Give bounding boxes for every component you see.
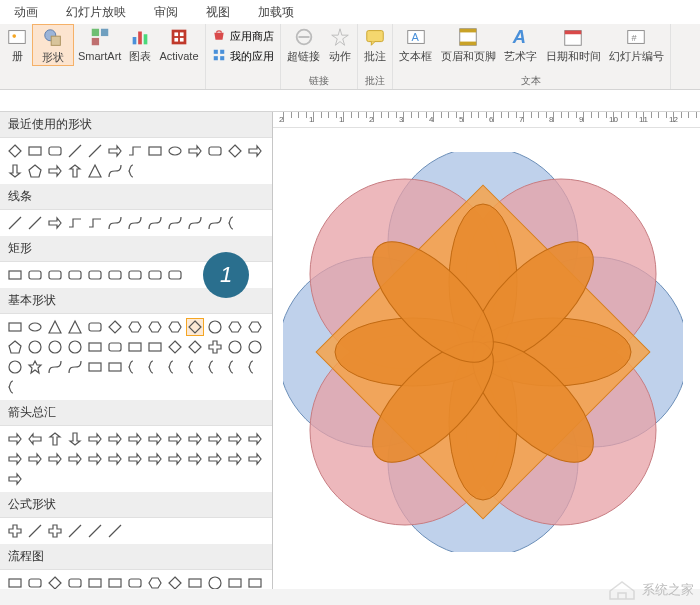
shape-basic-34[interactable] (166, 358, 184, 376)
hyperlink-button[interactable]: 超链接 (283, 24, 325, 64)
shape-basic-15[interactable] (46, 338, 64, 356)
shape-recent-11[interactable] (226, 142, 244, 160)
shape-arrows-4[interactable] (86, 430, 104, 448)
shape-recent-7[interactable] (146, 142, 164, 160)
shape-arrows-20[interactable] (146, 450, 164, 468)
shape-recent-4[interactable] (86, 142, 104, 160)
shape-lines-3[interactable] (66, 214, 84, 232)
shape-basic-12[interactable] (246, 318, 264, 336)
shape-lines-5[interactable] (106, 214, 124, 232)
shape-basic-19[interactable] (126, 338, 144, 356)
headerfooter-button[interactable]: 页眉和页脚 (437, 24, 500, 64)
shape-arrows-7[interactable] (146, 430, 164, 448)
shape-arrows-6[interactable] (126, 430, 144, 448)
shape-basic-24[interactable] (226, 338, 244, 356)
shape-recent-19[interactable] (126, 162, 144, 180)
shape-recent-12[interactable] (246, 142, 264, 160)
shape-arrows-22[interactable] (186, 450, 204, 468)
tab-slideshow[interactable]: 幻灯片放映 (52, 0, 140, 24)
shape-recent-6[interactable] (126, 142, 144, 160)
shape-formula-5[interactable] (106, 522, 124, 540)
shape-basic-39[interactable] (6, 378, 24, 396)
textbox-button[interactable]: A 文本框 (395, 24, 437, 64)
shape-formula-1[interactable] (26, 522, 44, 540)
shape-rects-3[interactable] (66, 266, 84, 284)
shape-basic-11[interactable] (226, 318, 244, 336)
myapps-button[interactable]: 我的应用 (212, 46, 274, 66)
shape-arrows-26[interactable] (6, 470, 24, 488)
shape-basic-2[interactable] (46, 318, 64, 336)
tab-review[interactable]: 审阅 (140, 0, 192, 24)
shape-recent-2[interactable] (46, 142, 64, 160)
shape-basic-29[interactable] (66, 358, 84, 376)
shape-recent-8[interactable] (166, 142, 184, 160)
shapes-dropdown-panel[interactable]: 最近使用的形状线条矩形基本形状箭头总汇公式形状流程图星与旗帜 (0, 112, 273, 589)
shape-flowchart-4[interactable] (86, 574, 104, 589)
shape-recent-5[interactable] (106, 142, 124, 160)
shape-lines-7[interactable] (146, 214, 164, 232)
shape-basic-18[interactable] (106, 338, 124, 356)
shape-recent-10[interactable] (206, 142, 224, 160)
appstore-button[interactable]: 应用商店 (212, 26, 274, 46)
shape-rects-0[interactable] (6, 266, 24, 284)
wordart-button[interactable]: A 艺术字 (500, 24, 542, 64)
shape-basic-20[interactable] (146, 338, 164, 356)
shape-basic-30[interactable] (86, 358, 104, 376)
shape-lines-10[interactable] (206, 214, 224, 232)
shape-lines-2[interactable] (46, 214, 64, 232)
shape-lines-8[interactable] (166, 214, 184, 232)
shape-flowchart-1[interactable] (26, 574, 44, 589)
shapes-button[interactable]: 形状 (32, 24, 74, 66)
shape-basic-16[interactable] (66, 338, 84, 356)
shape-basic-22[interactable] (186, 338, 204, 356)
shape-rects-8[interactable] (166, 266, 184, 284)
shape-formula-3[interactable] (66, 522, 84, 540)
shape-formula-0[interactable] (6, 522, 24, 540)
shape-arrows-15[interactable] (46, 450, 64, 468)
shape-basic-26[interactable] (6, 358, 24, 376)
shape-basic-31[interactable] (106, 358, 124, 376)
shape-basic-0[interactable] (6, 318, 24, 336)
shape-rects-7[interactable] (146, 266, 164, 284)
shape-rects-5[interactable] (106, 266, 124, 284)
shape-lines-1[interactable] (26, 214, 44, 232)
shape-arrows-14[interactable] (26, 450, 44, 468)
shape-arrows-12[interactable] (246, 430, 264, 448)
shape-basic-37[interactable] (226, 358, 244, 376)
datetime-button[interactable]: 日期和时间 (542, 24, 605, 64)
album-button[interactable]: 册 (2, 24, 32, 64)
shape-arrows-16[interactable] (66, 450, 84, 468)
action-button[interactable]: 动作 (325, 24, 355, 64)
shape-flowchart-8[interactable] (166, 574, 184, 589)
slidenum-button[interactable]: # 幻灯片编号 (605, 24, 668, 64)
shape-basic-5[interactable] (106, 318, 124, 336)
shape-arrows-24[interactable] (226, 450, 244, 468)
shape-flowchart-11[interactable] (226, 574, 244, 589)
shape-arrows-0[interactable] (6, 430, 24, 448)
shape-arrows-1[interactable] (26, 430, 44, 448)
shape-basic-3[interactable] (66, 318, 84, 336)
shape-basic-25[interactable] (246, 338, 264, 356)
shape-arrows-3[interactable] (66, 430, 84, 448)
shape-arrows-8[interactable] (166, 430, 184, 448)
shape-arrows-11[interactable] (226, 430, 244, 448)
shape-arrows-5[interactable] (106, 430, 124, 448)
shape-flowchart-0[interactable] (6, 574, 24, 589)
shape-basic-33[interactable] (146, 358, 164, 376)
shape-recent-18[interactable] (106, 162, 124, 180)
shape-basic-13[interactable] (6, 338, 24, 356)
shape-formula-4[interactable] (86, 522, 104, 540)
shape-recent-0[interactable] (6, 142, 24, 160)
shape-arrows-17[interactable] (86, 450, 104, 468)
shape-lines-6[interactable] (126, 214, 144, 232)
shape-basic-14[interactable] (26, 338, 44, 356)
shape-basic-4[interactable] (86, 318, 104, 336)
shape-recent-16[interactable] (66, 162, 84, 180)
shape-recent-13[interactable] (6, 162, 24, 180)
shape-lines-0[interactable] (6, 214, 24, 232)
shape-basic-9[interactable] (186, 318, 204, 336)
shape-arrows-18[interactable] (106, 450, 124, 468)
shape-basic-36[interactable] (206, 358, 224, 376)
shape-arrows-13[interactable] (6, 450, 24, 468)
smartart-button[interactable]: SmartArt (74, 24, 125, 64)
